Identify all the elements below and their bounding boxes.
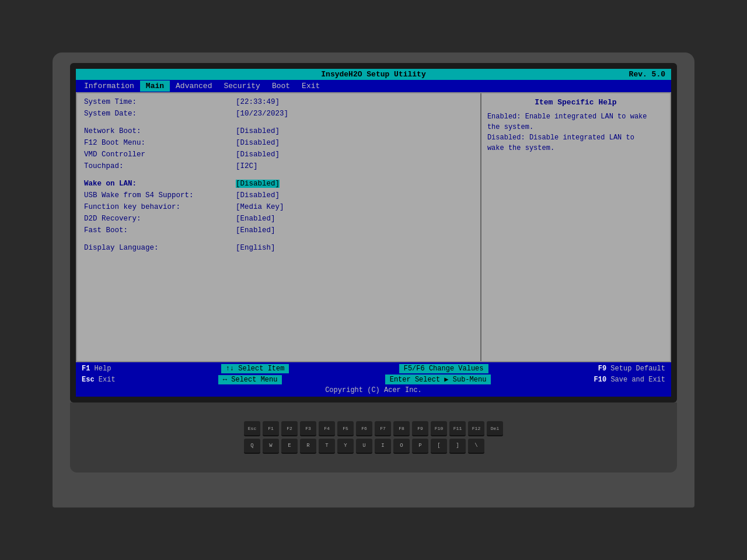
spacer-2: [84, 174, 473, 180]
key-i[interactable]: I: [375, 439, 391, 454]
label-f12-boot: F12 Boot Menu:: [84, 139, 236, 147]
value-system-time: [22:33:49]: [236, 98, 280, 106]
esc-key: Esc Exit: [82, 376, 116, 384]
key-f6[interactable]: F6: [356, 421, 372, 436]
setting-wake-lan[interactable]: Wake on LAN: [Disabled]: [84, 180, 473, 190]
change-values-key: F5/F6 Change Values: [399, 364, 488, 373]
select-menu-key: ↔ Select Menu: [218, 375, 282, 384]
label-network-boot: Network Boot:: [84, 127, 236, 135]
bios-title: InsydeH2O Setup Utility: [321, 70, 425, 79]
value-system-date: [10/23/2023]: [236, 110, 288, 118]
key-f4[interactable]: F4: [319, 421, 335, 436]
setting-fast-boot[interactable]: Fast Boot: [Enabled]: [84, 226, 473, 237]
key-e[interactable]: E: [281, 439, 298, 454]
left-panel: System Time: [22:33:49] System Date: [10…: [77, 93, 481, 361]
content-area: System Time: [22:33:49] System Date: [10…: [76, 92, 671, 362]
setting-f12-boot[interactable]: F12 Boot Menu: [Disabled]: [84, 139, 473, 149]
setting-system-date[interactable]: System Date: [10/23/2023]: [84, 110, 473, 120]
setting-usb-wake[interactable]: USB Wake from S4 Support: [Disabled]: [84, 191, 473, 202]
value-d2d: [Enabled]: [236, 215, 275, 223]
key-backslash[interactable]: \: [468, 439, 484, 454]
key-esc[interactable]: Esc: [244, 421, 260, 436]
keyboard-row-2: Q W E R T Y U I O P [ ] \: [244, 439, 503, 454]
setting-touchpad[interactable]: Touchpad: [I2C]: [84, 162, 473, 173]
laptop-body: InsydeH2O Setup Utility Rev. 5.0 Informa…: [53, 52, 694, 508]
save-exit-key: F10 Save and Exit: [594, 376, 665, 384]
setting-d2d[interactable]: D2D Recovery: [Enabled]: [84, 215, 473, 225]
key-u[interactable]: U: [356, 439, 372, 454]
label-touchpad: Touchpad:: [84, 162, 236, 170]
key-y[interactable]: Y: [337, 439, 354, 454]
key-f5[interactable]: F5: [337, 421, 354, 436]
value-wake-lan: [Disabled]: [236, 180, 280, 188]
value-touchpad: [I2C]: [236, 162, 258, 170]
setting-fn-key[interactable]: Function key behavior: [Media Key]: [84, 203, 473, 214]
key-f2[interactable]: F2: [281, 421, 298, 436]
right-panel: Item Specific Help Enabled: Enable integ…: [481, 93, 670, 361]
menu-item-information[interactable]: Information: [78, 80, 140, 92]
value-display-lang: [English]: [236, 244, 275, 252]
bottom-bar: F1 Help ↑↓ Select Item F5/F6 Change Valu…: [76, 362, 671, 397]
copyright: Copyright (C) Acer Inc.: [79, 385, 668, 396]
menu-item-boot[interactable]: Boot: [266, 80, 296, 92]
enter-key: Enter Select ▶ Sub-Menu: [385, 374, 491, 384]
spacer-1: [84, 121, 473, 127]
key-f7[interactable]: F7: [375, 421, 391, 436]
label-usb-wake: USB Wake from S4 Support:: [84, 191, 236, 200]
bios-screen: InsydeH2O Setup Utility Rev. 5.0 Informa…: [76, 69, 671, 397]
title-bar: InsydeH2O Setup Utility Rev. 5.0: [76, 69, 671, 80]
value-f12-boot: [Disabled]: [236, 139, 280, 147]
setting-network-boot[interactable]: Network Boot: [Disabled]: [84, 127, 473, 138]
key-t[interactable]: T: [319, 439, 335, 454]
value-vmd: [Disabled]: [236, 150, 280, 159]
label-vmd: VMD Controller: [84, 150, 236, 159]
key-r[interactable]: R: [300, 439, 316, 454]
menu-item-exit[interactable]: Exit: [296, 80, 326, 92]
label-fn-key: Function key behavior:: [84, 203, 236, 211]
key-w[interactable]: W: [263, 439, 279, 454]
value-fn-key: [Media Key]: [236, 203, 284, 211]
setting-system-time[interactable]: System Time: [22:33:49]: [84, 98, 473, 108]
setting-vmd[interactable]: VMD Controller [Disabled]: [84, 150, 473, 161]
help-title: Item Specific Help: [487, 98, 664, 107]
key-f9[interactable]: F9: [412, 421, 428, 436]
bios-revision: Rev. 5.0: [629, 70, 665, 79]
key-lbracket[interactable]: [: [431, 439, 447, 454]
key-f10[interactable]: F10: [431, 421, 447, 436]
select-item-key: ↑↓ Select Item: [221, 364, 289, 373]
label-display-lang: Display Language:: [84, 244, 236, 252]
label-fast-boot: Fast Boot:: [84, 226, 236, 235]
help-key: F1 Help: [82, 365, 111, 373]
value-network-boot: [Disabled]: [236, 127, 280, 135]
key-q[interactable]: Q: [244, 439, 260, 454]
keyboard-row-1: Esc F1 F2 F3 F4 F5 F6 F7 F8 F9 F10 F11 F…: [244, 421, 503, 436]
key-del[interactable]: Del: [487, 421, 503, 436]
key-o[interactable]: O: [393, 439, 410, 454]
spacer-3: [84, 238, 473, 244]
key-f12[interactable]: F12: [468, 421, 484, 436]
label-system-time: System Time:: [84, 98, 236, 106]
help-text: Enabled: Enable integrated LAN to waketh…: [487, 111, 664, 153]
value-usb-wake: [Disabled]: [236, 191, 280, 200]
label-d2d: D2D Recovery:: [84, 215, 236, 223]
key-f1[interactable]: F1: [263, 421, 279, 436]
menu-item-main[interactable]: Main: [140, 80, 170, 92]
value-fast-boot: [Enabled]: [236, 226, 275, 235]
key-p[interactable]: P: [412, 439, 428, 454]
menu-item-advanced[interactable]: Advanced: [170, 80, 218, 92]
menu-bar: Information Main Advanced Security Boot …: [76, 80, 671, 92]
keyboard-area: Esc F1 F2 F3 F4 F5 F6 F7 F8 F9 F10 F11 F…: [70, 402, 677, 473]
key-rbracket[interactable]: ]: [449, 439, 466, 454]
menu-item-security[interactable]: Security: [218, 80, 266, 92]
setting-display-lang[interactable]: Display Language: [English]: [84, 244, 473, 254]
key-f3[interactable]: F3: [300, 421, 316, 436]
setup-default-key: F9 Setup Default: [598, 365, 665, 373]
label-wake-lan: Wake on LAN:: [84, 180, 236, 188]
key-f8[interactable]: F8: [393, 421, 410, 436]
screen-bezel: InsydeH2O Setup Utility Rev. 5.0 Informa…: [70, 63, 677, 402]
key-f11[interactable]: F11: [449, 421, 466, 436]
label-system-date: System Date:: [84, 110, 236, 118]
